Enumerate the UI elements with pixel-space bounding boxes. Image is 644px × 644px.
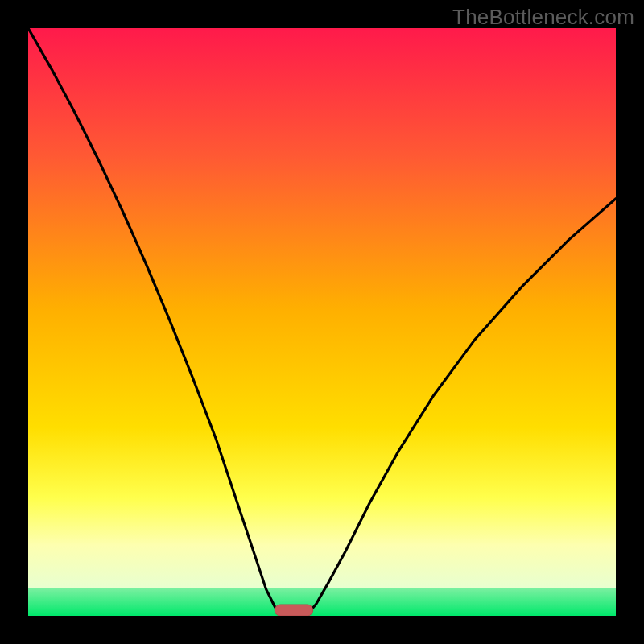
minimum-marker bbox=[275, 605, 312, 616]
chart-svg bbox=[28, 28, 616, 616]
chart-frame: TheBottleneck.com bbox=[0, 0, 644, 644]
watermark-text: TheBottleneck.com bbox=[452, 5, 634, 30]
gradient-background bbox=[28, 28, 616, 616]
plot-area bbox=[28, 28, 616, 616]
